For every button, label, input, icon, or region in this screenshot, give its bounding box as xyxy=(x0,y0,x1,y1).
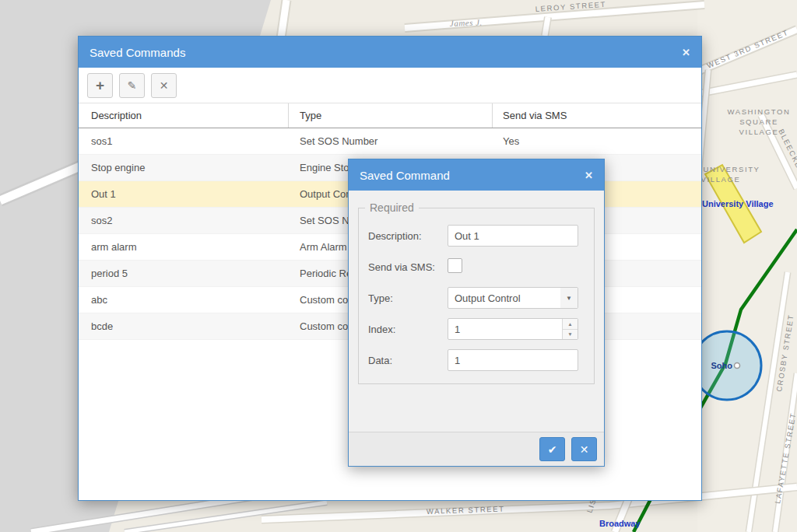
description-label: Description: xyxy=(368,230,448,242)
remove-command-button[interactable]: ✕ xyxy=(151,73,177,98)
cell-sms: Yes xyxy=(493,135,701,147)
saved-command-header[interactable]: Saved Command ✕ xyxy=(349,159,604,191)
commands-toolbar: + ✎ ✕ xyxy=(79,68,701,103)
saved-command-window: Saved Command ✕ Required Description: Se… xyxy=(348,159,605,467)
ok-button[interactable]: ✔ xyxy=(539,437,565,461)
park-label-james: James J. xyxy=(450,18,483,28)
type-row: Type: Output Control ▼ xyxy=(368,287,585,309)
index-label: Index: xyxy=(368,324,448,335)
soho-place-dot xyxy=(735,363,740,369)
column-header-description[interactable]: Description xyxy=(79,103,289,128)
data-row: Data: xyxy=(368,349,585,371)
cell-description: Out 1 xyxy=(79,188,289,200)
place-label-university-village: University Village xyxy=(702,199,774,208)
cell-description: period 5 xyxy=(79,268,289,279)
area-label-washington-1: WASHINGTON xyxy=(728,107,791,116)
sms-label: Send via SMS: xyxy=(368,261,448,273)
add-command-button[interactable]: + xyxy=(87,73,113,98)
data-input[interactable] xyxy=(448,349,578,371)
cancel-button[interactable]: ✕ xyxy=(571,437,597,461)
table-row[interactable]: sos1 Set SOS Number Yes xyxy=(79,128,701,155)
column-header-sms[interactable]: Send via SMS xyxy=(493,110,701,121)
spinner-down-icon[interactable]: ▼ xyxy=(563,330,578,340)
chevron-down-icon[interactable]: ▼ xyxy=(560,288,578,308)
type-label: Type: xyxy=(368,292,448,304)
cell-description: bcde xyxy=(79,320,289,332)
fieldset-legend: Required xyxy=(365,201,419,214)
area-label-university-1: UNIVERSITY xyxy=(703,165,760,173)
cell-description: sos2 xyxy=(79,215,289,226)
spinner-up-icon[interactable]: ▲ xyxy=(563,319,578,330)
dialog-footer: ✔ ✕ xyxy=(349,432,604,466)
dialog-title: Saved Commands xyxy=(90,46,682,59)
required-fieldset: Required Description: Send via SMS: Type… xyxy=(358,201,595,384)
saved-commands-header[interactable]: Saved Commands ✕ xyxy=(79,37,701,68)
area-label-university-2: VILLAGE xyxy=(701,175,741,184)
cell-description: arm alarm xyxy=(79,241,289,253)
dialog-title: Saved Command xyxy=(360,169,585,182)
index-input[interactable] xyxy=(448,318,578,340)
command-form: Required Description: Send via SMS: Type… xyxy=(349,191,604,432)
index-spinner: ▲ ▼ xyxy=(562,319,578,339)
close-icon[interactable]: ✕ xyxy=(585,170,593,180)
index-row: Index: ▲ ▼ xyxy=(368,318,585,340)
cell-type: Set SOS Number xyxy=(289,135,493,147)
description-row: Description: xyxy=(368,225,585,247)
sms-checkbox[interactable] xyxy=(448,258,462,273)
edit-command-button[interactable]: ✎ xyxy=(119,73,145,98)
column-header-type[interactable]: Type xyxy=(289,103,493,128)
close-icon[interactable]: ✕ xyxy=(682,47,690,58)
type-select-value: Output Control xyxy=(455,292,521,304)
data-label: Data: xyxy=(368,355,448,366)
area-label-washington-3: VILLAGE xyxy=(739,128,779,136)
description-input[interactable] xyxy=(448,225,578,247)
place-label-broadway: Broadway xyxy=(599,519,641,528)
place-label-soho: Soho xyxy=(711,361,733,370)
table-header: Description Type Send via SMS xyxy=(79,103,701,128)
cell-description: abc xyxy=(79,294,289,306)
cell-description: sos1 xyxy=(79,135,289,147)
type-select[interactable]: Output Control xyxy=(448,287,578,309)
sms-row: Send via SMS: xyxy=(368,256,585,278)
area-label-washington-2: SQUARE xyxy=(739,117,778,126)
cell-description: Stop engine xyxy=(79,162,289,173)
